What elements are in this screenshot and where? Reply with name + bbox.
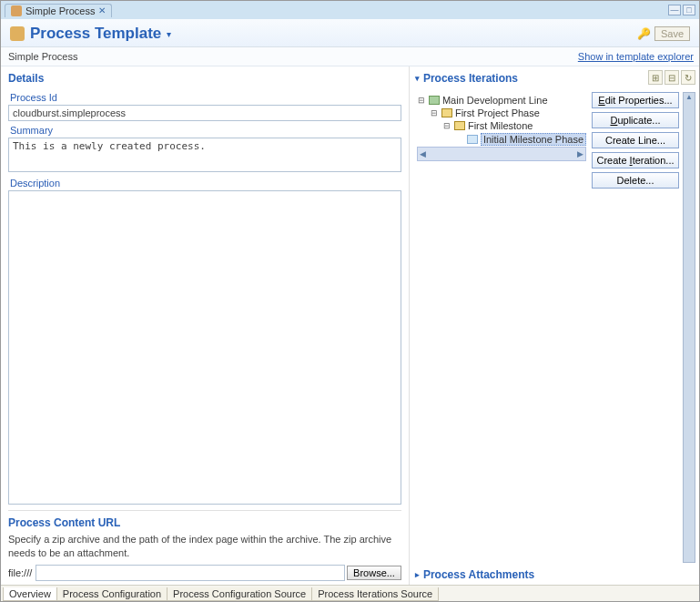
tree-row[interactable]: ⊟ Main Development Line — [417, 94, 586, 107]
tree-toggle-icon[interactable]: ⊟ — [430, 108, 439, 117]
tab-process-configuration-source[interactable]: Process Configuration Source — [167, 587, 312, 601]
tree-row[interactable]: · Initial Milestone Phase — [455, 132, 586, 147]
phase-icon — [441, 108, 452, 117]
create-line-button[interactable]: Create Line... — [592, 132, 679, 148]
key-icon[interactable]: 🔑 — [637, 27, 651, 40]
editor-tab-strip: Simple Process ✕ — □ — [1, 1, 699, 19]
template-icon — [10, 26, 25, 41]
bottom-tab-strip: Overview Process Configuration Process C… — [1, 585, 699, 601]
tab-overview[interactable]: Overview — [3, 587, 57, 601]
dev-line-icon — [429, 96, 440, 105]
description-textarea[interactable] — [8, 190, 401, 505]
process-icon — [11, 5, 22, 16]
browse-button[interactable]: Browse... — [347, 566, 401, 580]
description-label: Description — [10, 178, 401, 189]
close-icon[interactable]: ✕ — [98, 5, 106, 15]
minimize-icon[interactable]: — — [668, 5, 681, 15]
attachments-label: Process Attachments — [423, 568, 534, 581]
file-path-input[interactable] — [36, 565, 345, 581]
tree-label-selected: Initial Milestone Phase — [481, 133, 586, 146]
collapse-icon[interactable]: ▾ — [415, 74, 420, 83]
tree-row[interactable]: ⊟ First Milestone — [442, 119, 586, 132]
tab-process-configuration[interactable]: Process Configuration — [56, 587, 167, 601]
chevron-down-icon[interactable]: ▾ — [167, 29, 171, 39]
tree-row[interactable]: ⊟ First Project Phase — [430, 107, 586, 119]
details-section-title: Details — [8, 72, 401, 85]
summary-textarea[interactable] — [8, 138, 401, 172]
editor-header: Process Template ▾ 🔑 Save — [1, 19, 699, 47]
summary-label: Summary — [10, 125, 401, 136]
tree-label: First Milestone — [468, 120, 533, 131]
processid-input[interactable] — [8, 105, 401, 121]
pcurl-description: Specify a zip archive and the path of th… — [8, 533, 401, 559]
processid-label: Process Id — [10, 92, 401, 103]
delete-button[interactable]: Delete... — [592, 172, 679, 189]
expand-icon[interactable]: ▸ — [415, 570, 420, 579]
file-prefix-label: file:/// — [8, 567, 32, 578]
create-iteration-button[interactable]: Create Iteration... — [592, 152, 679, 168]
pcurl-section-title: Process Content URL — [8, 510, 401, 529]
edit-properties-button[interactable]: Edit Properties... — [592, 92, 679, 108]
horizontal-scrollbar[interactable]: ◀▶ — [417, 147, 586, 161]
collapse-all-icon[interactable]: ⊟ — [664, 70, 679, 85]
iteration-icon — [467, 135, 478, 144]
iterations-tree[interactable]: ⊟ Main Development Line ⊟ First Project … — [415, 92, 588, 563]
page-title: Process Template — [30, 25, 161, 43]
tab-title: Simple Process — [25, 5, 95, 16]
expand-all-icon[interactable]: ⊞ — [648, 70, 663, 85]
template-name-input[interactable] — [6, 49, 578, 64]
tree-label: Main Development Line — [442, 95, 548, 106]
maximize-icon[interactable]: □ — [683, 5, 695, 15]
editor-tab[interactable]: Simple Process ✕ — [5, 4, 112, 17]
vertical-scrollbar[interactable]: ▲ — [683, 92, 695, 563]
attachments-section-title[interactable]: ▸ Process Attachments — [415, 568, 695, 581]
tree-toggle-icon[interactable]: ⊟ — [442, 121, 451, 130]
tab-process-iterations-source[interactable]: Process Iterations Source — [311, 587, 439, 601]
tree-label: First Project Phase — [455, 107, 540, 118]
duplicate-button[interactable]: Duplicate... — [592, 112, 679, 128]
refresh-icon[interactable]: ↻ — [681, 70, 695, 85]
save-button[interactable]: Save — [654, 26, 690, 41]
milestone-icon — [454, 121, 465, 130]
iterations-label: Process Iterations — [423, 72, 518, 85]
template-explorer-link[interactable]: Show in template explorer — [578, 51, 694, 62]
tree-toggle-icon[interactable]: ⊟ — [417, 96, 426, 105]
